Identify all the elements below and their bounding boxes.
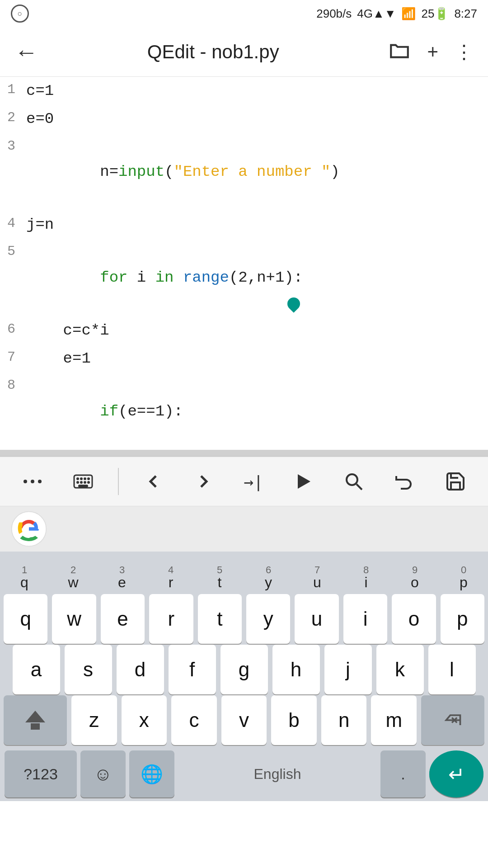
- tab-button[interactable]: →|: [238, 469, 268, 495]
- keyboard-button[interactable]: [67, 467, 99, 496]
- key-w[interactable]: w: [52, 594, 96, 644]
- key-v[interactable]: v: [221, 695, 267, 745]
- key-k[interactable]: k: [376, 645, 424, 694]
- number-row: 1q 2w 3e 4r 5t 6y 7u 8i 9o 0p: [0, 552, 488, 592]
- toolbar-separator: [118, 468, 119, 495]
- shift-key[interactable]: [4, 695, 67, 745]
- code-line-7: 7 e=1: [0, 344, 488, 373]
- network-speed: 290b/s: [316, 7, 352, 21]
- key-row-2: a s d f g h j k l: [0, 645, 488, 694]
- key-1[interactable]: 1q: [0, 552, 49, 592]
- code-line-2: 2 e=0: [0, 105, 488, 133]
- code-line-6: 6 c=c*i: [0, 316, 488, 344]
- folder-button[interactable]: [385, 35, 414, 69]
- battery: 25🔋: [421, 7, 449, 21]
- key-2[interactable]: 2w: [49, 552, 98, 592]
- search-button[interactable]: [338, 467, 370, 496]
- back-button[interactable]: ←: [11, 35, 42, 69]
- key-x[interactable]: x: [122, 695, 167, 745]
- key-d[interactable]: d: [117, 645, 164, 694]
- space-key[interactable]: English: [178, 750, 377, 797]
- svg-point-1: [31, 480, 34, 483]
- key-o[interactable]: o: [392, 594, 436, 644]
- google-bar: [0, 506, 488, 552]
- globe-key[interactable]: 🌐: [129, 750, 174, 797]
- code-lines: 1 c=1 2 e=0 3 n=input("Enter a number ")…: [0, 77, 488, 457]
- key-3[interactable]: 3e: [98, 552, 146, 592]
- cursor-right-button[interactable]: [188, 467, 220, 496]
- menu-button[interactable]: ⋮: [451, 37, 477, 66]
- svg-point-2: [38, 480, 42, 483]
- key-b[interactable]: b: [271, 695, 317, 745]
- key-z[interactable]: z: [71, 695, 117, 745]
- key-m[interactable]: m: [371, 695, 417, 745]
- key-s[interactable]: s: [65, 645, 112, 694]
- bottom-row: ?123 ☺ 🌐 English . ↵: [0, 747, 488, 801]
- enter-key[interactable]: ↵: [429, 750, 483, 797]
- signal-bars: 📶: [401, 7, 416, 21]
- key-row-1: q w e r t y u i o p: [0, 594, 488, 644]
- svg-point-0: [23, 480, 27, 483]
- circle-indicator: ○: [11, 5, 29, 23]
- status-right: 290b/s 4G▲▼ 📶 25🔋 8:27: [316, 7, 477, 21]
- key-g[interactable]: g: [221, 645, 268, 694]
- editor-toolbar: →|: [0, 457, 488, 506]
- add-tab-button[interactable]: +: [423, 38, 442, 66]
- google-logo: [11, 511, 47, 547]
- title-bar: ← QEdit - nob1.py + ⋮: [0, 27, 488, 77]
- code-line-4: 4 j=n: [0, 211, 488, 239]
- key-0[interactable]: 0p: [439, 552, 488, 592]
- key-h[interactable]: h: [272, 645, 320, 694]
- key-9[interactable]: 9o: [390, 552, 439, 592]
- key-l[interactable]: l: [428, 645, 476, 694]
- period-key[interactable]: .: [380, 750, 426, 797]
- app-title: QEdit - nob1.py: [51, 41, 375, 63]
- key-6[interactable]: 6y: [244, 552, 293, 592]
- key-j[interactable]: j: [324, 645, 372, 694]
- key-row-3: z x c v b n m: [0, 695, 488, 745]
- code-line-8: 8 if(e==1):: [0, 373, 488, 450]
- backspace-key[interactable]: [421, 695, 484, 745]
- code-line-3: 3 n=input("Enter a number "): [0, 133, 488, 211]
- undo-button[interactable]: [388, 467, 421, 496]
- key-8[interactable]: 8i: [342, 552, 390, 592]
- key-n[interactable]: n: [321, 695, 367, 745]
- key-c[interactable]: c: [171, 695, 217, 745]
- code-line-1: 1 c=1: [0, 77, 488, 105]
- keyboard[interactable]: 1q 2w 3e 4r 5t 6y 7u 8i 9o 0p q w e r t …: [0, 552, 488, 801]
- cursor-left-button[interactable]: [137, 467, 169, 496]
- alpha-rows: q w e r t y u i o p a s d f g h j k l: [0, 592, 488, 747]
- network-type: 4G▲▼: [357, 7, 396, 21]
- key-y[interactable]: y: [246, 594, 290, 644]
- key-4[interactable]: 4r: [146, 552, 195, 592]
- code-editor[interactable]: 1 c=1 2 e=0 3 n=input("Enter a number ")…: [0, 77, 488, 457]
- time: 8:27: [454, 7, 477, 21]
- key-a[interactable]: a: [13, 645, 60, 694]
- key-q[interactable]: q: [4, 594, 47, 644]
- key-i[interactable]: i: [343, 594, 387, 644]
- key-u[interactable]: u: [295, 594, 338, 644]
- key-r[interactable]: r: [149, 594, 193, 644]
- svg-line-15: [357, 484, 362, 490]
- svg-marker-13: [298, 474, 310, 489]
- key-5[interactable]: 5t: [195, 552, 244, 592]
- key-t[interactable]: t: [198, 594, 242, 644]
- save-button[interactable]: [439, 467, 472, 496]
- key-e[interactable]: e: [101, 594, 145, 644]
- run-button[interactable]: [287, 467, 319, 496]
- key-7[interactable]: 7u: [293, 552, 342, 592]
- code-line-5: 5 for i in range(2,n+1):: [0, 239, 488, 316]
- key-p[interactable]: p: [441, 594, 484, 644]
- svg-point-14: [347, 474, 357, 485]
- numbers-switch-key[interactable]: ?123: [5, 750, 77, 797]
- emoji-key[interactable]: ☺: [80, 750, 126, 797]
- status-bar: ○ 290b/s 4G▲▼ 📶 25🔋 8:27: [0, 0, 488, 27]
- code-line-9: 9 print ("{0} is the format of the given…: [0, 450, 488, 457]
- more-button[interactable]: [16, 467, 49, 496]
- key-f[interactable]: f: [169, 645, 216, 694]
